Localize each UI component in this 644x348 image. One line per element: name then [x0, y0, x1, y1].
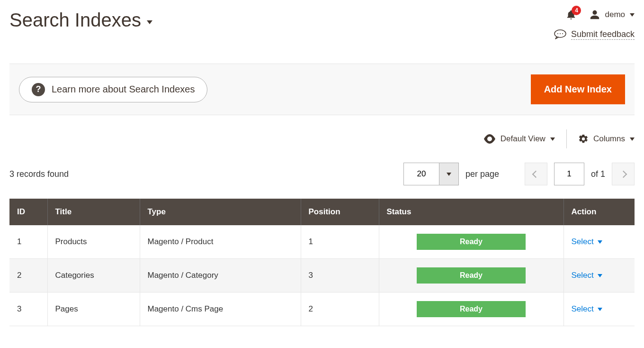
total-pages-label: of 1: [591, 169, 605, 179]
per-page-input[interactable]: [403, 163, 439, 185]
table-row[interactable]: 1ProductsMagento / Product1ReadySelect: [9, 225, 635, 259]
status-badge: Ready: [417, 301, 526, 317]
caret-down-icon: [447, 173, 451, 176]
cell-title: Products: [47, 225, 140, 259]
chat-icon: [554, 29, 566, 40]
cell-type: Magento / Cms Page: [140, 293, 301, 326]
cell-status: Ready: [379, 225, 564, 259]
feedback-label: Submit feedback: [571, 29, 635, 40]
cell-position: 3: [301, 259, 379, 293]
columns-selector[interactable]: Columns: [578, 134, 635, 144]
cell-id: 2: [9, 259, 47, 293]
cell-action: Select: [564, 293, 635, 326]
cell-action: Select: [564, 259, 635, 293]
chevron-right-icon: [619, 170, 627, 178]
view-selector[interactable]: Default View: [483, 134, 555, 144]
caret-down-icon: [630, 13, 635, 17]
svg-point-1: [557, 33, 558, 34]
col-header-id[interactable]: ID: [9, 199, 47, 225]
records-count: 3 records found: [9, 169, 69, 179]
user-name: demo: [605, 10, 625, 19]
col-header-type[interactable]: Type: [140, 199, 301, 225]
add-new-index-button[interactable]: Add New Index: [531, 74, 625, 104]
per-page-label: per page: [465, 169, 499, 179]
learn-more-label: Learn more about Search Indexes: [52, 84, 195, 95]
cell-action: Select: [564, 225, 635, 259]
caret-down-icon: [550, 137, 555, 141]
cell-id: 1: [9, 225, 47, 259]
next-page-button[interactable]: [612, 163, 635, 185]
chevron-left-icon: [532, 170, 540, 178]
col-header-action[interactable]: Action: [564, 199, 635, 225]
prev-page-button[interactable]: [525, 163, 547, 185]
row-action-select[interactable]: Select: [572, 304, 627, 314]
table-row[interactable]: 3PagesMagento / Cms Page2ReadySelect: [9, 293, 635, 326]
caret-down-icon: [630, 137, 635, 141]
user-menu[interactable]: demo: [590, 9, 635, 20]
cell-position: 2: [301, 293, 379, 326]
user-icon: [590, 9, 600, 20]
notification-badge: 4: [572, 6, 581, 15]
cell-title: Categories: [47, 259, 140, 293]
learn-more-button[interactable]: ? Learn more about Search Indexes: [19, 77, 207, 102]
current-page-input[interactable]: [554, 163, 584, 185]
divider: [566, 129, 567, 148]
svg-point-3: [562, 33, 563, 34]
gear-icon: [578, 134, 589, 144]
eye-icon: [483, 134, 496, 144]
row-action-select[interactable]: Select: [572, 237, 627, 247]
col-header-position[interactable]: Position: [301, 199, 379, 225]
help-icon: ?: [32, 83, 45, 96]
cell-title: Pages: [47, 293, 140, 326]
status-badge: Ready: [417, 267, 526, 284]
page-title: Search Indexes: [9, 9, 141, 31]
caret-down-icon: [598, 308, 602, 311]
status-badge: Ready: [417, 234, 526, 250]
notifications-button[interactable]: 4: [566, 9, 576, 20]
cell-status: Ready: [379, 259, 564, 293]
row-action-select[interactable]: Select: [572, 271, 627, 280]
page-title-dropdown[interactable]: Search Indexes: [9, 9, 152, 31]
cell-position: 1: [301, 225, 379, 259]
columns-label: Columns: [593, 134, 625, 144]
cell-type: Magento / Product: [140, 225, 301, 259]
col-header-title[interactable]: Title: [47, 199, 140, 225]
submit-feedback-link[interactable]: Submit feedback: [554, 29, 635, 40]
caret-down-icon: [147, 20, 152, 24]
table-row[interactable]: 2CategoriesMagento / Category3ReadySelec…: [9, 259, 635, 293]
cell-type: Magento / Category: [140, 259, 301, 293]
caret-down-icon: [598, 240, 602, 244]
svg-point-2: [560, 33, 561, 34]
cell-id: 3: [9, 293, 47, 326]
cell-status: Ready: [379, 293, 564, 326]
col-header-status[interactable]: Status: [379, 199, 564, 225]
view-label: Default View: [501, 134, 546, 144]
per-page-dropdown[interactable]: [439, 163, 459, 185]
indexes-table: ID Title Type Position Status Action 1Pr…: [9, 199, 635, 326]
caret-down-icon: [598, 274, 602, 277]
